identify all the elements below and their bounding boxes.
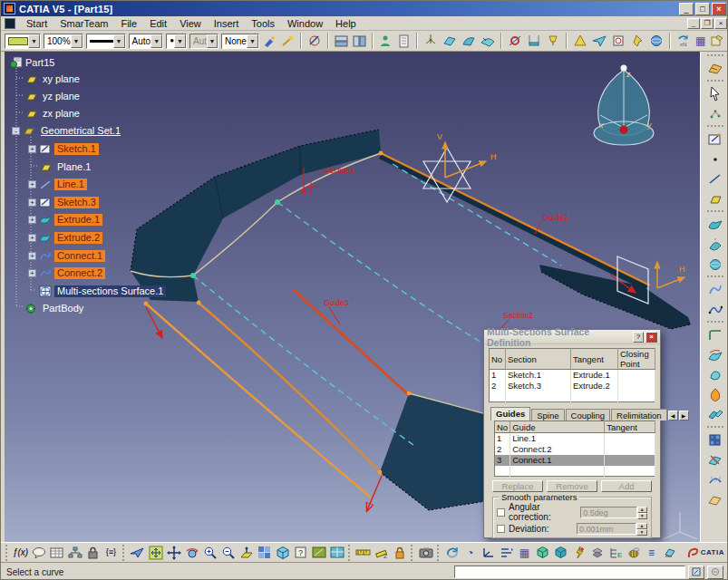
swing-icon[interactable] (526, 33, 542, 49)
tile-vertical-icon[interactable] (352, 33, 367, 49)
fit-all-icon[interactable] (147, 545, 164, 561)
tab-coupling[interactable]: Coupling (566, 409, 611, 420)
command-history-icon[interactable] (688, 566, 704, 579)
tree-item-xy-plane[interactable]: xy plane (24, 72, 83, 86)
replace-button[interactable]: Replace (492, 480, 543, 492)
menu-view[interactable]: View (173, 17, 208, 30)
menu-help[interactable]: Help (329, 17, 363, 30)
col-closing-point[interactable]: Closing Point (618, 349, 655, 370)
angular-correction-field[interactable]: 0.5deg (580, 507, 637, 518)
menu-tools[interactable]: Tools (245, 17, 281, 30)
toolbar-grip[interactable] (707, 210, 723, 213)
sketch-analysis-icon[interactable] (306, 33, 323, 49)
update-icon[interactable] (443, 545, 461, 561)
sequence-icon[interactable] (498, 545, 515, 561)
wizard-icon[interactable] (280, 33, 296, 49)
col-no[interactable]: No (495, 421, 510, 433)
shading-icon[interactable] (310, 545, 327, 561)
axis-system-icon[interactable] (480, 545, 497, 561)
col-section[interactable]: Section (506, 349, 571, 370)
toolbar-grip[interactable] (411, 545, 414, 561)
tab-guides[interactable]: Guides (490, 407, 530, 420)
tree-root-part[interactable]: Part15 (10, 55, 54, 69)
help-icon[interactable]: ? (633, 332, 645, 343)
connect-curve-icon[interactable] (705, 280, 725, 299)
filter-tree-icon[interactable]: E (607, 545, 624, 561)
tab-relimitation[interactable]: Relimitation (611, 409, 667, 420)
pan-icon[interactable] (165, 545, 182, 561)
lamp-icon[interactable] (545, 33, 561, 49)
doc-links-icon[interactable] (707, 566, 723, 579)
tab-scroll-left-icon[interactable]: ◀ (668, 411, 678, 420)
table-row[interactable]: 1Line.1 (495, 433, 655, 444)
tree-item-connect2[interactable]: + Connect.2 (28, 266, 105, 280)
revolve-surface-icon[interactable] (705, 235, 725, 254)
tree-item-geometrical-set[interactable]: - Geometrical Set.1 (12, 124, 123, 138)
add-button[interactable]: Add (601, 480, 652, 492)
tab-scroll-right-icon[interactable]: ▶ (679, 411, 689, 420)
angular-spinner[interactable]: ▲▼ (637, 507, 647, 518)
tree-item-plane1[interactable]: Plane.1 (28, 160, 93, 174)
sketcher-icon[interactable] (705, 130, 725, 149)
layers-icon[interactable] (588, 545, 606, 561)
sweep-surface-icon[interactable] (705, 345, 725, 364)
work-grid-icon[interactable]: ▦ (516, 545, 533, 561)
cube-front-icon[interactable] (534, 545, 551, 561)
toolbar-grip[interactable] (122, 545, 126, 561)
expand-icon[interactable]: + (28, 180, 36, 188)
workbench-icon[interactable] (705, 59, 725, 78)
update-xn-icon[interactable]: xN (675, 33, 692, 49)
multi-point-icon[interactable] (705, 104, 725, 123)
measure-item-icon[interactable]: 2 (373, 545, 390, 561)
view-mode-icon[interactable]: ? (292, 545, 309, 561)
target-box-icon[interactable] (610, 33, 626, 49)
corner-icon[interactable] (705, 325, 725, 344)
tree-item-yz-plane[interactable]: yz plane (24, 90, 83, 103)
plane-icon[interactable] (705, 189, 725, 208)
close-button[interactable]: × (712, 3, 726, 15)
sphere-icon[interactable] (648, 33, 665, 49)
fill-surface-icon[interactable] (705, 365, 725, 384)
tree-item-sketch3[interactable]: + Sketch.3 (28, 196, 99, 209)
mdi-minimize-button[interactable]: _ (687, 18, 700, 29)
col-tangent[interactable]: Tangent (605, 421, 655, 433)
col-tangent[interactable]: Tangent (571, 349, 618, 370)
wireframe-icon[interactable] (328, 545, 345, 561)
col-no[interactable]: No (490, 349, 506, 370)
tree-item-connect1[interactable]: + Connect.1 (28, 249, 105, 263)
expand-icon[interactable]: + (28, 234, 36, 242)
document-icon[interactable] (5, 18, 15, 29)
sheet-icon[interactable] (396, 33, 412, 49)
toolbar-grip[interactable] (707, 80, 723, 82)
expand-icon[interactable]: + (28, 145, 36, 153)
structure-icon[interactable] (66, 545, 83, 561)
menu-window[interactable]: Window (281, 17, 329, 30)
tree-item-partbody[interactable]: PartBody (24, 302, 86, 315)
expand-icon[interactable]: + (28, 252, 36, 260)
remove-button[interactable]: Remove (547, 480, 597, 492)
expand-icon[interactable]: + (28, 198, 36, 207)
deviation-spinner[interactable]: ▲▼ (636, 523, 647, 535)
point-icon[interactable] (705, 150, 725, 169)
toolbar-grip[interactable] (5, 545, 9, 561)
measure-between-icon[interactable] (354, 545, 372, 561)
multi-view-icon[interactable] (256, 545, 273, 561)
zoom-in-icon[interactable] (201, 545, 218, 561)
table-row[interactable]: 2Connect.2 (495, 444, 655, 455)
split-icon[interactable] (705, 450, 725, 469)
open-catalog-icon[interactable] (709, 33, 725, 49)
table-row[interactable]: 2Sketch.3 Extrude.2 (490, 381, 655, 392)
person-icon[interactable] (378, 33, 393, 49)
dialog-close-icon[interactable]: × (645, 332, 657, 343)
comment-icon[interactable] (30, 545, 47, 561)
surface-c-icon[interactable] (480, 33, 496, 49)
list-icon[interactable]: ≡ (643, 545, 660, 561)
table-row-selected[interactable]: 3Connect.1 (495, 455, 655, 466)
tree-item-extrude2[interactable]: + Extrude.2 (28, 231, 102, 245)
grid-icon[interactable]: ▦ (694, 33, 706, 49)
toolbar-grip[interactable] (707, 125, 723, 128)
deviation-field[interactable]: 0.001mm (577, 523, 636, 535)
paper-plane-icon[interactable] (591, 33, 607, 49)
toolbar-grip[interactable] (707, 426, 723, 429)
menu-insert[interactable]: Insert (208, 17, 246, 30)
